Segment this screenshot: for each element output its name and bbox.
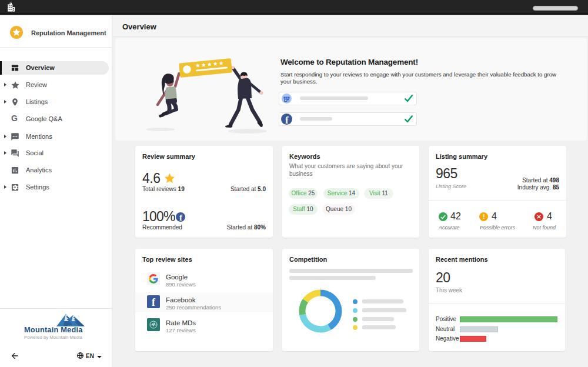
svg-text:Mountain Media: Mountain Media — [24, 325, 83, 334]
svg-text:Powered by Mountain Media: Powered by Mountain Media — [24, 335, 82, 340]
